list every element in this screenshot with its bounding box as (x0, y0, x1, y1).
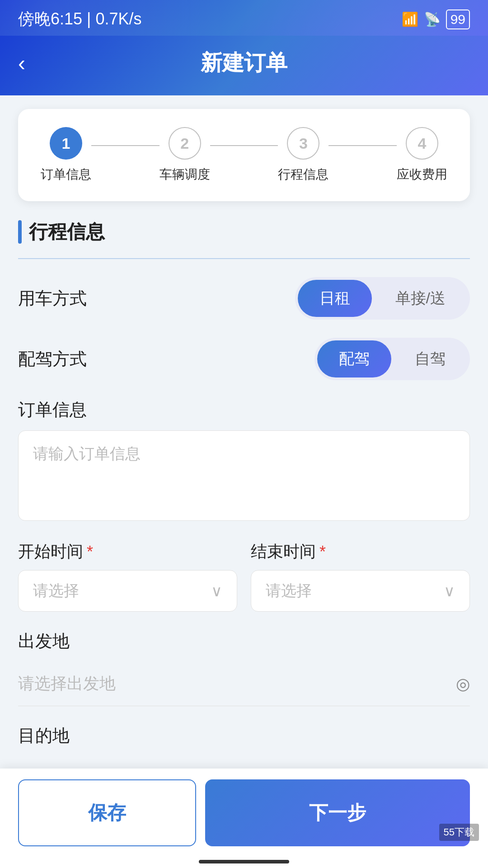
step-2[interactable]: 2 车辆调度 (160, 127, 210, 183)
step-4-circle: 4 (406, 127, 438, 160)
end-time-required: * (319, 542, 326, 561)
step-4[interactable]: 4 应收费用 (397, 127, 447, 183)
step-1-label: 订单信息 (41, 166, 91, 183)
status-bar: 傍晚6:15 | 0.7K/s 📶 📡 99 (0, 0, 488, 36)
driver-mode-row: 配驾方式 配驾 自驾 (18, 338, 470, 380)
signal-icon: 📶 (402, 11, 418, 27)
step-line-1 (91, 145, 160, 146)
start-time-label: 开始时间 * (18, 541, 237, 563)
step-1-circle: 1 (50, 127, 82, 160)
battery-icon: 99 (446, 9, 470, 29)
start-time-required: * (87, 542, 93, 561)
wifi-icon: 📡 (424, 11, 441, 27)
end-time-select[interactable]: 请选择 ∨ (251, 570, 470, 612)
end-time-placeholder: 请选择 (266, 580, 312, 601)
vehicle-mode-label: 用车方式 (18, 287, 87, 310)
step-1[interactable]: 1 订单信息 (41, 127, 91, 183)
home-indicator (199, 860, 289, 863)
departure-placeholder: 请选择出发地 (18, 673, 116, 695)
driver-mode-toggle: 配驾 自驾 (314, 338, 470, 380)
step-2-label: 车辆调度 (160, 166, 210, 183)
section-title: 行程信息 (29, 219, 105, 245)
departure-field[interactable]: 请选择出发地 ◎ (18, 662, 470, 706)
section-bar-icon (18, 220, 22, 244)
destination-label: 目的地 (18, 724, 470, 747)
section-divider (18, 258, 470, 259)
vehicle-mode-daily[interactable]: 日租 (298, 280, 372, 317)
bottom-buttons: 保存 下一步 (0, 769, 488, 868)
step-line-3 (328, 145, 397, 146)
end-time-chevron-icon: ∨ (444, 582, 455, 600)
order-info-textarea[interactable] (18, 430, 470, 521)
departure-label: 出发地 (18, 630, 470, 653)
next-button[interactable]: 下一步 (205, 779, 470, 846)
page-header: ‹ 新建订单 (0, 36, 488, 95)
start-time-col: 开始时间 * 请选择 ∨ (18, 541, 237, 612)
time-row: 开始时间 * 请选择 ∨ 结束时间 * 请选择 ∨ (18, 541, 470, 612)
step-4-label: 应收费用 (397, 166, 447, 183)
departure-location-icon: ◎ (456, 675, 470, 693)
status-icons: 📶 📡 99 (402, 9, 470, 29)
order-info-group: 订单信息 (18, 398, 470, 523)
driver-mode-self-drive[interactable]: 自驾 (393, 340, 467, 377)
vehicle-mode-row: 用车方式 日租 单接/送 (18, 277, 470, 320)
start-time-select[interactable]: 请选择 ∨ (18, 570, 237, 612)
end-time-label: 结束时间 * (251, 541, 470, 563)
vehicle-mode-toggle: 日租 单接/送 (295, 277, 470, 320)
back-button[interactable]: ‹ (18, 51, 25, 75)
watermark: 55下载 (439, 824, 479, 841)
steps-card: 1 订单信息 2 车辆调度 3 行程信息 4 应收费用 (18, 109, 470, 201)
step-3-label: 行程信息 (278, 166, 328, 183)
end-time-col: 结束时间 * 请选择 ∨ (251, 541, 470, 612)
page-title: 新建订单 (201, 48, 287, 77)
start-time-chevron-icon: ∨ (211, 582, 222, 600)
step-2-circle: 2 (169, 127, 201, 160)
start-time-placeholder: 请选择 (33, 580, 79, 601)
status-time: 傍晚6:15 | 0.7K/s (18, 8, 142, 30)
steps-row: 1 订单信息 2 车辆调度 3 行程信息 4 应收费用 (41, 127, 447, 183)
step-3-circle: 3 (287, 127, 319, 160)
step-line-2 (210, 145, 278, 146)
section-header: 行程信息 (18, 219, 470, 245)
departure-group: 出发地 请选择出发地 ◎ (18, 630, 470, 706)
step-3[interactable]: 3 行程信息 (278, 127, 328, 183)
driver-mode-with-driver[interactable]: 配驾 (317, 340, 391, 377)
order-info-label: 订单信息 (18, 398, 470, 421)
driver-mode-label: 配驾方式 (18, 348, 87, 371)
vehicle-mode-single[interactable]: 单接/送 (374, 280, 467, 317)
save-button[interactable]: 保存 (18, 779, 196, 846)
